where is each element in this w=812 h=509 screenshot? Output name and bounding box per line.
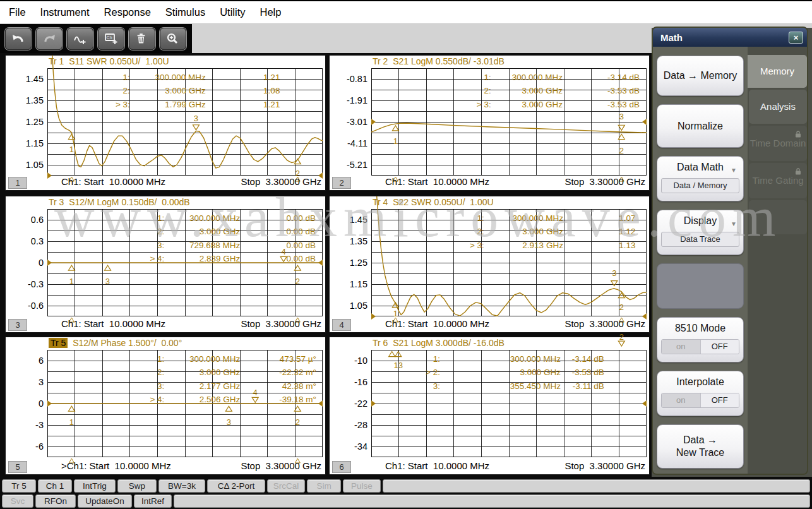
stimulus-start-label: Ch1: Start 10.0000 MHz xyxy=(385,460,489,471)
tab-memory[interactable]: Memory xyxy=(748,55,807,88)
y-axis-label: 0.3 xyxy=(7,236,44,247)
svg-text:1:: 1: xyxy=(433,354,440,364)
trace-label-4[interactable]: Tr 4 xyxy=(373,197,388,207)
channel-badge-2: 2 xyxy=(332,177,351,189)
8510-mode-button[interactable]: 8510 ModeonOFF xyxy=(657,317,744,362)
menu-item-stimulus[interactable]: Stimulus xyxy=(165,6,205,18)
svg-text:1.21: 1.21 xyxy=(263,73,280,82)
y-axis-label: 1.15 xyxy=(331,278,367,290)
menu-item-instrument[interactable]: Instrument xyxy=(40,6,90,18)
chart-panel-5: Tr 5 S12/M Phase 1.500°/ 0.00°630-3-61:3… xyxy=(5,337,326,475)
interpolate-button[interactable]: InterpolateonOFF xyxy=(657,371,744,416)
plot-grid-6[interactable]: 1:300.000 MHz-3.14 dB> 2:3.000 GHz-3.53 … xyxy=(371,350,647,464)
svg-text:1.07: 1.07 xyxy=(619,213,635,223)
undo-icon xyxy=(11,32,26,45)
y-axis-label: 1.25 xyxy=(331,257,367,268)
plot-grid-1[interactable]: 1:300.000 MHz1.212:3.000 GHz1.08> 3:1.79… xyxy=(47,68,323,182)
svg-text:13: 13 xyxy=(393,361,402,370)
delete-icon xyxy=(134,32,150,45)
status-cell-ch-1[interactable]: Ch 1 xyxy=(38,479,72,493)
tab-time-domain: Time Domain xyxy=(749,126,807,161)
status-cell-inttrig[interactable]: IntTrig xyxy=(74,479,116,493)
trace-label-6[interactable]: Tr 6 xyxy=(373,338,388,348)
y-axis-label: 0.6 xyxy=(7,214,44,225)
svg-text:1: 1 xyxy=(393,309,398,318)
svg-text:2:: 2: xyxy=(157,368,164,377)
status-cell-intref[interactable]: IntRef xyxy=(134,494,172,508)
chart-title-2: Tr 2 S21 LogM 0.550dB/ -3.01dB xyxy=(373,56,505,67)
status-cell-rfon[interactable]: RFOn xyxy=(35,494,76,508)
close-icon[interactable]: × xyxy=(789,32,803,44)
toggle-on-label: on xyxy=(662,340,700,354)
status-cell-pulse: Pulse xyxy=(343,479,381,493)
marker-glyphs[interactable]: 1342 xyxy=(68,247,301,322)
status-cell-c-2-port[interactable]: CΔ 2-Port xyxy=(207,479,265,493)
add-channel-button[interactable]: Ch xyxy=(98,28,124,50)
status-cell-tr-5[interactable]: Tr 5 xyxy=(2,479,36,493)
marker-glyphs[interactable]: 132 xyxy=(392,268,624,322)
status-bar: Tr 5Ch 1IntTrigSwpBW=3kCΔ 2-PortSrcCalSi… xyxy=(0,477,812,509)
trace-label-2[interactable]: Tr 2 xyxy=(373,56,388,66)
trace-format-label: S22 SWR 0.050U/ 1.00U xyxy=(388,197,493,207)
trace-label-3[interactable]: Tr 3 xyxy=(49,197,64,207)
plot-grid-4[interactable]: 1:300.000 MHz1.072:3.000 GHz1.12> 3:2.91… xyxy=(371,209,647,323)
status-row-1: Tr 5Ch 1IntTrigSwpBW=3kCΔ 2-PortSrcCalSi… xyxy=(2,479,810,493)
svg-text:1:: 1: xyxy=(157,354,164,364)
menu-item-file[interactable]: File xyxy=(9,6,26,18)
trace-label-5[interactable]: Tr 5 xyxy=(49,338,68,348)
display-button[interactable]: Display▼Data Trace xyxy=(657,210,744,255)
plot-grid-3[interactable]: 1:300.000 MHz0.00 dB2:3.000 GHz0.00 dB3:… xyxy=(47,209,323,323)
chart-title-1: Tr 1 S11 SWR 0.050U/ 1.00U xyxy=(49,56,169,67)
svg-text:3: 3 xyxy=(619,112,624,121)
stimulus-stop-label: Stop 3.30000 GHz xyxy=(241,176,321,187)
undo-button[interactable] xyxy=(5,28,32,50)
delete-button[interactable] xyxy=(129,28,155,50)
menu-item-response[interactable]: Response xyxy=(104,6,151,18)
trace-label-1[interactable]: Tr 1 xyxy=(49,56,64,66)
lock-icon xyxy=(794,167,802,179)
menu-item-utility[interactable]: Utility xyxy=(220,6,245,18)
marker-glyphs[interactable]: 1342 xyxy=(68,388,301,463)
svg-text:0.00 dB: 0.00 dB xyxy=(287,227,316,236)
data-memory-button[interactable]: Data → Memory xyxy=(657,56,744,96)
svg-text:300.000 MHz: 300.000 MHz xyxy=(155,73,206,82)
svg-text:1: 1 xyxy=(69,277,74,286)
status-cell-swp[interactable]: Swp xyxy=(117,479,157,493)
plot-grid-2[interactable]: 1:300.000 MHz-3.14 dB2:3.000 GHz-3.53 dB… xyxy=(371,68,647,182)
math-panel-title: Math xyxy=(660,32,683,43)
y-axis-label: 0 xyxy=(7,257,44,268)
maximize-zoom-icon xyxy=(165,32,181,45)
svg-text:3.000 GHz: 3.000 GHz xyxy=(522,227,563,236)
data-math-button[interactable]: Data Math▼Data / Memory xyxy=(657,156,744,201)
data-math-selected-option[interactable]: Data / Memory xyxy=(661,178,739,193)
svg-text:473.57 µ°: 473.57 µ° xyxy=(280,354,316,364)
add-trace-icon xyxy=(73,32,88,45)
plot-grid-5[interactable]: 1:300.000 MHz473.57 µ°2:3.000 GHz-22.32 … xyxy=(47,350,323,464)
normalize-button[interactable]: Normalize xyxy=(657,104,744,148)
y-axis-label: 0 xyxy=(7,398,44,409)
tab-empty xyxy=(749,200,807,234)
display-selected-option[interactable]: Data Trace xyxy=(661,232,739,247)
svg-text:> 3:: > 3: xyxy=(477,100,491,109)
marker-readout: 1:300.000 MHz1.212:3.000 GHz1.08> 3:1.79… xyxy=(116,73,280,109)
maximize-zoom-button[interactable] xyxy=(160,28,186,50)
8510-mode-toggle[interactable]: onOFF xyxy=(661,339,739,354)
channel-badge-6: 6 xyxy=(332,461,351,473)
stimulus-start-label: Ch1: Start 10.0000 MHz xyxy=(61,318,165,329)
status-cell-updateon[interactable]: UpdateOn xyxy=(78,494,132,508)
marker-glyphs[interactable]: 132 xyxy=(68,114,301,181)
marker-glyphs[interactable]: 132 xyxy=(392,112,624,181)
add-trace-button[interactable] xyxy=(67,28,93,50)
status-cell-bw-3k[interactable]: BW=3k xyxy=(158,479,205,493)
data-button[interactable]: Data →New Trace xyxy=(657,424,744,469)
marker-readout: 1:300.000 MHz0.00 dB2:3.000 GHz0.00 dB3:… xyxy=(150,213,316,263)
button-label: Display xyxy=(684,215,717,227)
svg-text:1:: 1: xyxy=(123,73,130,82)
svg-text:2:: 2: xyxy=(123,86,130,95)
interpolate-toggle[interactable]: onOFF xyxy=(661,393,739,408)
svg-text:2: 2 xyxy=(619,332,624,342)
svg-text:-39.18 m°: -39.18 m° xyxy=(279,395,316,404)
tab-analysis[interactable]: Analysis xyxy=(749,90,807,124)
svg-text:4: 4 xyxy=(281,247,285,256)
menu-item-help[interactable]: Help xyxy=(260,6,281,18)
